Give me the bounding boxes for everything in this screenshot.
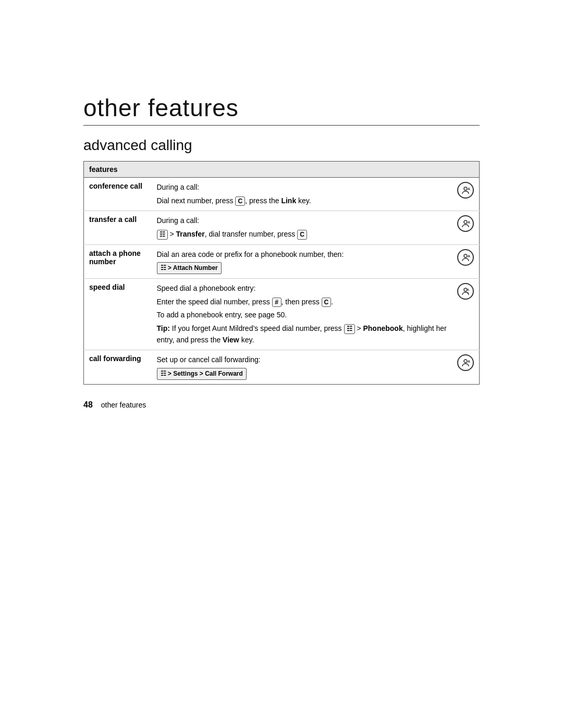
svg-text:A: A [468, 220, 470, 224]
page-footer: 48 other features [83, 400, 480, 410]
feature-label: transfer a call [84, 211, 152, 244]
svg-text:A: A [468, 360, 470, 363]
phone-icon-conference: A [457, 182, 474, 199]
section-title: advanced calling [83, 137, 480, 154]
feature-desc: Speed dial a phonebook entry: Enter the … [152, 279, 452, 350]
table-row: transfer a call During a call: ☷ > Trans… [84, 211, 480, 244]
page-number: 48 [83, 400, 93, 410]
table-header: features [84, 162, 480, 178]
table-row: speed dial Speed dial a phonebook entry:… [84, 279, 480, 350]
features-table: features conference call During a call: … [83, 161, 480, 385]
feature-icon: A [452, 178, 480, 211]
phone-icon-speed: A 0 [457, 283, 474, 300]
feature-desc: During a call: Dial next number, press C… [152, 178, 452, 211]
key-menu: ☷ [157, 230, 168, 240]
feature-label: attach a phonenumber [84, 244, 152, 278]
page-title: other features [83, 94, 480, 122]
menu-call-forward: ☷ > Settings > Call Forward [157, 368, 247, 380]
svg-text:A: A [468, 254, 470, 258]
key-c2: C [297, 230, 307, 240]
key-c3: C [322, 298, 332, 307]
phone-icon-transfer: A [457, 215, 474, 232]
key-c: C [235, 196, 245, 206]
menu-attach-number: ☷ > Attach Number [157, 262, 222, 274]
svg-point-9 [464, 360, 467, 363]
feature-label: conference call [84, 178, 152, 211]
phone-icon-forward: A [457, 354, 474, 371]
feature-icon: A [452, 244, 480, 278]
svg-point-2 [464, 220, 467, 224]
svg-text:A: A [468, 187, 470, 191]
svg-point-4 [464, 254, 467, 257]
feature-desc: Set up or cancel call forwarding: ☷ > Se… [152, 350, 452, 384]
key-menu2: ☷ [344, 324, 355, 334]
svg-point-0 [464, 187, 467, 190]
feature-desc: Dial an area code or prefix for a phoneb… [152, 244, 452, 278]
feature-label: call forwarding [84, 350, 152, 384]
feature-desc: During a call: ☷ > Transfer, dial transf… [152, 211, 452, 244]
table-row: call forwarding Set up or cancel call fo… [84, 350, 480, 384]
footer-text: other features [101, 401, 146, 409]
feature-icon: A [452, 350, 480, 384]
feature-icon: A 0 [452, 279, 480, 350]
phone-icon-attach: A [457, 249, 474, 266]
key-hash: # [272, 298, 282, 307]
feature-icon: A [452, 211, 480, 244]
feature-label: speed dial [84, 279, 152, 350]
table-row: attach a phonenumber Dial an area code o… [84, 244, 480, 278]
page: other features advanced calling features… [0, 0, 563, 728]
title-rule [83, 125, 480, 126]
table-row: conference call During a call: Dial next… [84, 178, 480, 211]
